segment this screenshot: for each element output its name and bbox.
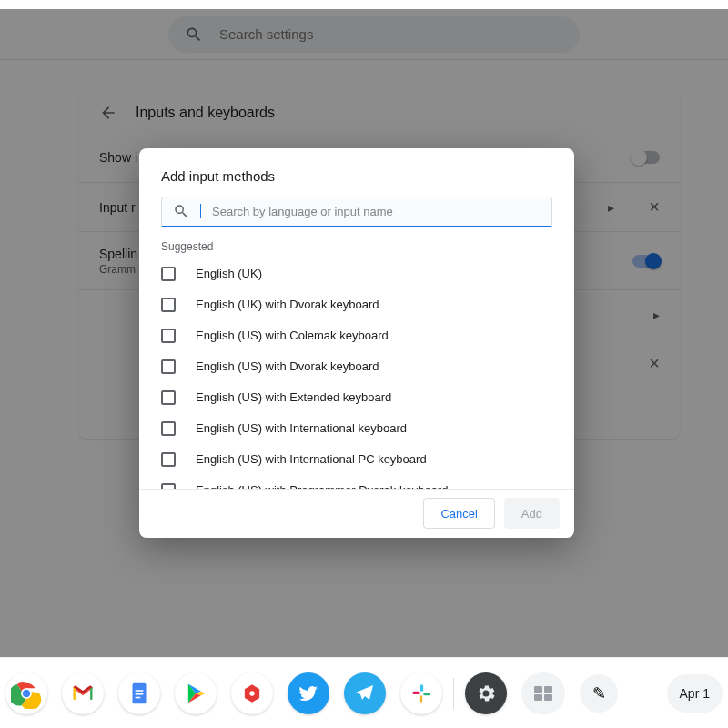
twitter-icon[interactable]	[288, 672, 329, 714]
svg-point-8	[249, 691, 254, 695]
settings-icon[interactable]	[465, 672, 507, 714]
option-label: English (US) with International PC keybo…	[196, 452, 427, 466]
stylus-icon[interactable]: ✎	[580, 674, 618, 713]
svg-rect-11	[420, 695, 422, 703]
svg-rect-14	[544, 686, 552, 693]
checkbox[interactable]	[161, 421, 176, 436]
list-item[interactable]: English (US) with Extended keyboard	[161, 382, 552, 413]
svg-rect-12	[412, 691, 420, 693]
shelf-separator	[453, 678, 454, 709]
list-item[interactable]: English (UK)	[161, 258, 552, 289]
status-tray[interactable]: Apr 1	[667, 674, 723, 713]
chrome-icon[interactable]	[5, 672, 47, 714]
option-label: English (US) with International keyboard	[196, 421, 407, 435]
options-list: English (UK) English (UK) with Dvorak ke…	[139, 258, 574, 489]
telegram-icon[interactable]	[344, 672, 386, 714]
holding-space-icon[interactable]	[521, 672, 565, 714]
checkbox[interactable]	[161, 267, 176, 281]
option-label: English (US) with Dvorak keyboard	[196, 359, 379, 373]
hex-app-icon[interactable]	[231, 672, 273, 714]
list-item[interactable]: English (US) with Dvorak keyboard	[161, 351, 552, 382]
dialog-search[interactable]	[161, 197, 552, 228]
play-icon[interactable]	[175, 672, 217, 714]
svg-rect-15	[534, 694, 542, 701]
checkbox[interactable]	[161, 359, 176, 374]
list-item[interactable]: English (US) with International keyboard	[161, 413, 552, 444]
list-item[interactable]: English (US) with Colemak keyboard	[161, 320, 552, 351]
svg-rect-4	[136, 690, 144, 692]
text-cursor	[200, 204, 201, 218]
dialog-actions: Cancel Add	[139, 489, 574, 538]
cancel-button[interactable]: Cancel	[423, 498, 494, 529]
svg-rect-5	[136, 693, 144, 695]
suggested-label: Suggested	[139, 228, 574, 258]
slack-icon[interactable]	[400, 672, 442, 714]
svg-rect-10	[423, 692, 430, 694]
svg-rect-13	[534, 686, 542, 693]
dialog-title: Add input methods	[139, 148, 574, 197]
add-input-methods-dialog: Add input methods Suggested English (UK)…	[139, 148, 574, 538]
docs-icon[interactable]	[118, 672, 160, 714]
option-label: English (UK)	[196, 267, 262, 280]
checkbox[interactable]	[161, 452, 176, 467]
gmail-icon[interactable]	[62, 672, 104, 714]
svg-rect-6	[136, 696, 141, 698]
svg-rect-16	[544, 694, 552, 701]
list-item[interactable]: English (US) with Programmer Dvorak keyb…	[161, 475, 552, 489]
list-item[interactable]: English (US) with International PC keybo…	[161, 444, 552, 475]
dialog-search-input[interactable]	[212, 205, 541, 218]
list-item[interactable]: English (UK) with Dvorak keyboard	[161, 289, 552, 320]
checkbox[interactable]	[161, 390, 176, 405]
checkbox[interactable]	[161, 329, 176, 343]
date-label: Apr 1	[680, 686, 710, 701]
option-label: English (US) with Extended keyboard	[196, 390, 391, 404]
shelf: ✎ Apr 1	[0, 657, 728, 728]
option-label: English (US) with Colemak keyboard	[196, 329, 389, 342]
add-button[interactable]: Add	[504, 498, 560, 529]
search-icon	[173, 203, 189, 219]
option-label: English (UK) with Dvorak keyboard	[196, 298, 379, 311]
checkbox[interactable]	[161, 298, 176, 312]
svg-rect-9	[420, 684, 423, 692]
